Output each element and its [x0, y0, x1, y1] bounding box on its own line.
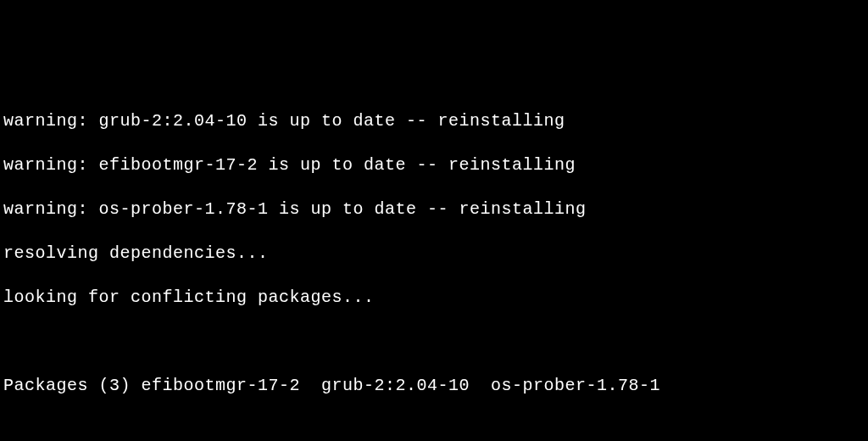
warning-line: warning: grub-2:2.04-10 is up to date --…: [3, 110, 865, 132]
packages-line: Packages (3) efibootmgr-17-2 grub-2:2.04…: [3, 375, 865, 397]
blank-line: [3, 419, 865, 441]
warning-line: warning: efibootmgr-17-2 is up to date -…: [3, 154, 865, 176]
status-line: resolving dependencies...: [3, 243, 865, 265]
terminal-output[interactable]: warning: grub-2:2.04-10 is up to date --…: [3, 88, 865, 441]
warning-line: warning: os-prober-1.78-1 is up to date …: [3, 198, 865, 220]
status-line: looking for conflicting packages...: [3, 287, 865, 309]
blank-line: [3, 331, 865, 353]
